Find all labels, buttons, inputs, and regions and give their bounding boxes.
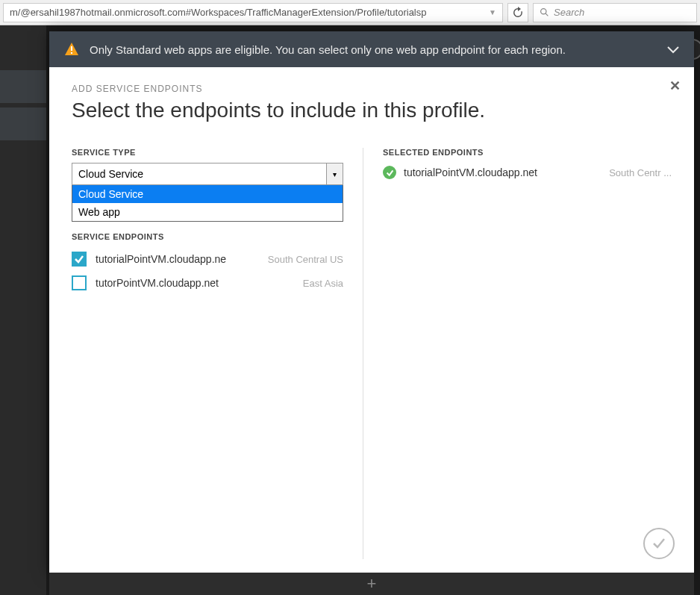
selected-endpoints-label: SELECTED ENDPOINTS bbox=[383, 148, 672, 157]
svg-point-0 bbox=[541, 9, 546, 14]
endpoint-region: South Central US bbox=[268, 254, 343, 265]
checkbox[interactable] bbox=[72, 275, 87, 290]
reload-icon bbox=[512, 7, 524, 19]
modal-subhead: ADD SERVICE ENDPOINTS bbox=[72, 84, 672, 94]
svg-rect-2 bbox=[71, 46, 72, 51]
content-area: Only Standard web apps are eligible. You… bbox=[0, 25, 700, 595]
reload-button[interactable] bbox=[507, 3, 528, 22]
browser-toolbar: m/@ersahil1987hotmail.onmicrosoft.com#Wo… bbox=[0, 0, 700, 25]
add-endpoints-modal: Only Standard web apps are eligible. You… bbox=[49, 31, 694, 573]
check-circle-icon bbox=[383, 166, 396, 179]
endpoint-name: tutorialPointVM.cloudapp.ne bbox=[96, 253, 230, 265]
checkbox[interactable] bbox=[72, 252, 87, 267]
url-bar[interactable]: m/@ersahil1987hotmail.onmicrosoft.com#Wo… bbox=[3, 3, 503, 22]
service-endpoints-label: SERVICE ENDPOINTS bbox=[72, 232, 343, 241]
selected-endpoint-name: tutorialPointVM.cloudapp.net bbox=[404, 166, 601, 178]
sidebar bbox=[0, 25, 46, 595]
search-placeholder: Search bbox=[554, 7, 584, 18]
selected-endpoint-region: South Centr ... bbox=[609, 167, 672, 178]
endpoint-row[interactable]: tutorialPointVM.cloudapp.ne South Centra… bbox=[72, 247, 343, 271]
endpoint-row[interactable]: tutorPointVM.cloudapp.net East Asia bbox=[72, 271, 343, 295]
svg-rect-3 bbox=[71, 52, 72, 54]
sidebar-item[interactable] bbox=[0, 108, 46, 140]
right-column: SELECTED ENDPOINTS tutorialPointVM.cloud… bbox=[363, 148, 672, 559]
left-column: SERVICE TYPE Cloud Service ▾ Cloud Servi… bbox=[72, 148, 363, 559]
dropdown-option-web-app[interactable]: Web app bbox=[72, 203, 343, 221]
warning-banner: Only Standard web apps are eligible. You… bbox=[49, 31, 694, 67]
dropdown-option-cloud-service[interactable]: Cloud Service bbox=[72, 185, 343, 203]
warning-icon bbox=[64, 42, 79, 57]
url-text: m/@ersahil1987hotmail.onmicrosoft.com#Wo… bbox=[10, 7, 426, 18]
chevron-down-icon[interactable] bbox=[667, 43, 679, 56]
select-display[interactable]: Cloud Service ▾ bbox=[72, 163, 343, 185]
plus-icon[interactable]: + bbox=[367, 574, 377, 594]
modal-body: ✕ ADD SERVICE ENDPOINTS Select the endpo… bbox=[49, 67, 694, 573]
select-arrow-icon[interactable]: ▾ bbox=[326, 163, 343, 184]
service-endpoints-section: SERVICE ENDPOINTS tutorialPointVM.clouda… bbox=[72, 232, 343, 295]
close-button[interactable]: ✕ bbox=[669, 78, 681, 94]
warning-text: Only Standard web apps are eligible. You… bbox=[90, 43, 657, 56]
endpoint-name: tutorPointVM.cloudapp.net bbox=[96, 277, 230, 289]
service-type-label: SERVICE TYPE bbox=[72, 148, 343, 157]
endpoint-region: East Asia bbox=[303, 278, 343, 289]
dropdown-icon[interactable]: ▼ bbox=[489, 8, 496, 16]
columns: SERVICE TYPE Cloud Service ▾ Cloud Servi… bbox=[72, 148, 672, 559]
dropdown-list: Cloud Service Web app bbox=[72, 185, 343, 222]
service-type-select[interactable]: Cloud Service ▾ Cloud Service Web app bbox=[72, 163, 343, 222]
search-input[interactable]: Search bbox=[533, 3, 697, 22]
selected-endpoint-row: tutorialPointVM.cloudapp.net South Centr… bbox=[383, 163, 672, 182]
sidebar-item[interactable] bbox=[0, 70, 46, 103]
bottom-bar: + bbox=[49, 573, 694, 595]
check-icon bbox=[651, 535, 667, 552]
search-icon bbox=[540, 7, 549, 17]
svg-line-1 bbox=[546, 13, 548, 16]
modal-title: Select the endpoints to include in this … bbox=[72, 99, 672, 122]
select-value: Cloud Service bbox=[78, 168, 143, 180]
confirm-button[interactable] bbox=[643, 528, 675, 559]
